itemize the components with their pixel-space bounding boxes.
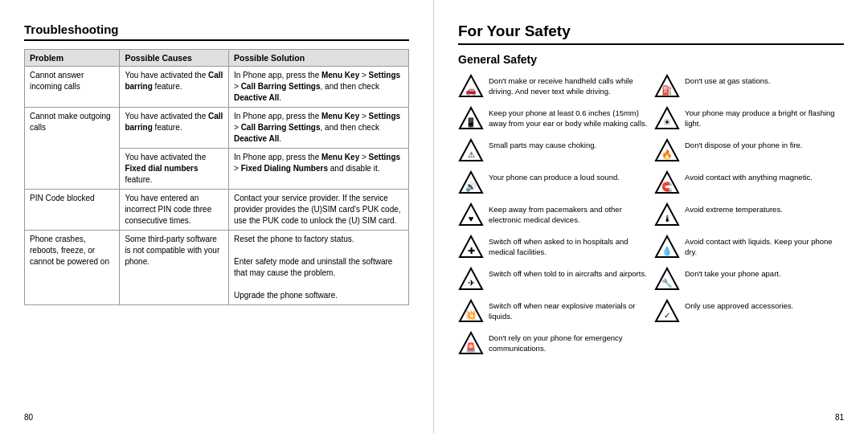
fire-text: Don't dispose of your phone in fire. bbox=[685, 138, 803, 150]
svg-text:⛽: ⛽ bbox=[661, 84, 673, 96]
safety-item-aircraft: ✈ Switch off when told to in aircrafts a… bbox=[458, 267, 648, 292]
aircraft-text: Switch off when told to in aircrafts and… bbox=[489, 267, 647, 279]
svg-text:🔧: 🔧 bbox=[661, 277, 673, 288]
phone-body-text: Keep your phone at least 0.6 inches (15m… bbox=[489, 106, 648, 129]
table-row: Phone crashes, reboots, freeze, or canno… bbox=[25, 231, 409, 305]
phone-body-icon: 📱 bbox=[458, 106, 484, 132]
explosive-icon: 💥 bbox=[458, 299, 484, 325]
problem-cell: PIN Code blocked bbox=[25, 190, 120, 231]
svg-text:🔊: 🔊 bbox=[465, 181, 477, 192]
col-solution: Possible Solution bbox=[229, 50, 409, 67]
safety-item-liquid: 💧 Avoid contact with liquids. Keep your … bbox=[654, 235, 844, 260]
liquid-icon: 💧 bbox=[654, 235, 680, 260]
liquid-text: Avoid contact with liquids. Keep your ph… bbox=[685, 235, 844, 258]
disassemble-text: Don't take your phone apart. bbox=[685, 267, 781, 279]
car-icon: 🚗 bbox=[458, 74, 484, 100]
table-row: PIN Code blocked You have entered an inc… bbox=[25, 190, 409, 231]
problem-cell: Phone crashes, reboots, freeze, or canno… bbox=[25, 231, 120, 305]
solution-cell: Reset the phone to factory status. Enter… bbox=[229, 231, 409, 305]
safety-item-fire: 🔥 Don't dispose of your phone in fire. bbox=[654, 138, 844, 164]
aircraft-icon: ✈ bbox=[458, 267, 484, 292]
causes-cell: You have activated the Call barring feat… bbox=[120, 108, 229, 149]
pacemaker-icon: ♥ bbox=[458, 202, 484, 228]
svg-text:🧲: 🧲 bbox=[661, 181, 673, 192]
table-row: Cannot make outgoing calls You have acti… bbox=[25, 108, 409, 149]
safety-col-2: ⛽ Don't use at gas stations. ☀ Your phon… bbox=[654, 74, 844, 363]
causes-cell: You have activated the Fixed dial number… bbox=[120, 149, 229, 190]
safety-item-emergency: 🚨 Don't rely on your phone for emergency… bbox=[458, 331, 648, 357]
solution-cell: In Phone app, press the Menu Key > Setti… bbox=[229, 67, 409, 108]
driving-text: Don't make or receive handheld calls whi… bbox=[489, 74, 648, 97]
safety-item-phone-body: 📱 Keep your phone at least 0.6 inches (1… bbox=[458, 106, 648, 132]
safety-item-temperature: 🌡 Avoid extreme temperatures. bbox=[654, 202, 844, 228]
table-row: Cannot answer incoming calls You have ac… bbox=[25, 67, 409, 108]
hospital-icon: ✚ bbox=[458, 235, 484, 260]
for-your-safety-title: For Your Safety bbox=[458, 22, 571, 39]
right-page: For Your Safety General Safety 🚗 Don't m… bbox=[434, 0, 868, 433]
left-page-title: Troubleshooting bbox=[24, 22, 409, 41]
svg-text:💥: 💥 bbox=[465, 309, 477, 321]
svg-text:🚨: 🚨 bbox=[465, 341, 477, 353]
hospital-text: Switch off when asked to in hospitals an… bbox=[489, 235, 648, 258]
sound-icon: 🔊 bbox=[458, 170, 484, 196]
left-page: Troubleshooting Problem Possible Causes … bbox=[0, 0, 434, 433]
flash-text: Your phone may produce a bright or flash… bbox=[685, 106, 844, 129]
safety-item-gas: ⛽ Don't use at gas stations. bbox=[654, 74, 844, 100]
explosive-text: Switch off when near explosive materials… bbox=[489, 299, 648, 322]
problem-cell: Cannot make outgoing calls bbox=[25, 108, 120, 190]
sound-text: Your phone can produce a loud sound. bbox=[489, 170, 620, 182]
right-page-title: For Your Safety bbox=[458, 22, 844, 45]
gas-station-icon: ⛽ bbox=[654, 74, 680, 100]
emergency-text: Don't rely on your phone for emergency c… bbox=[489, 331, 648, 354]
gas-text: Don't use at gas stations. bbox=[685, 74, 770, 86]
causes-cell: You have activated the Call barring feat… bbox=[120, 67, 229, 108]
disassemble-icon: 🔧 bbox=[654, 267, 680, 292]
svg-text:🚗: 🚗 bbox=[465, 84, 477, 96]
causes-cell: You have entered an incorrect PIN code t… bbox=[120, 190, 229, 231]
fire-icon: 🔥 bbox=[654, 138, 680, 164]
svg-text:☀: ☀ bbox=[663, 117, 671, 127]
safety-grid: 🚗 Don't make or receive handheld calls w… bbox=[458, 74, 844, 363]
safety-item-hospital: ✚ Switch off when asked to in hospitals … bbox=[458, 235, 648, 260]
troubleshooting-table: Problem Possible Causes Possible Solutio… bbox=[24, 49, 409, 305]
safety-item-pacemaker: ♥ Keep away from pacemakers and other el… bbox=[458, 202, 648, 228]
solution-cell: In Phone app, press the Menu Key > Setti… bbox=[229, 149, 409, 190]
safety-item-accessories: ✓ Only use approved accessories. bbox=[654, 299, 844, 325]
safety-item-sound: 🔊 Your phone can produce a loud sound. bbox=[458, 170, 648, 196]
svg-text:✈: ✈ bbox=[468, 278, 475, 288]
magnetic-icon: 🧲 bbox=[654, 170, 680, 196]
accessories-text: Only use approved accessories. bbox=[685, 299, 793, 311]
safety-item-flash: ☀ Your phone may produce a bright or fla… bbox=[654, 106, 844, 132]
svg-text:✓: ✓ bbox=[664, 311, 670, 320]
solution-cell: In Phone app, press the Menu Key > Setti… bbox=[229, 108, 409, 149]
page-number-right: 81 bbox=[835, 413, 844, 422]
pacemaker-text: Keep away from pacemakers and other elec… bbox=[489, 202, 648, 226]
safety-item-driving: 🚗 Don't make or receive handheld calls w… bbox=[458, 74, 648, 100]
choking-icon: ⚠ bbox=[458, 138, 484, 164]
general-safety-heading: General Safety bbox=[458, 53, 844, 66]
col-causes: Possible Causes bbox=[120, 50, 229, 67]
magnetic-text: Avoid contact with anything magnetic. bbox=[685, 170, 813, 182]
safety-item-magnetic: 🧲 Avoid contact with anything magnetic. bbox=[654, 170, 844, 196]
solution-cell: Contact your service provider. If the se… bbox=[229, 190, 409, 231]
svg-text:✚: ✚ bbox=[468, 246, 475, 255]
svg-text:📱: 📱 bbox=[465, 116, 477, 128]
safety-col-1: 🚗 Don't make or receive handheld calls w… bbox=[458, 74, 648, 363]
safety-item-choking: ⚠ Small parts may cause choking. bbox=[458, 138, 648, 164]
svg-text:🔥: 🔥 bbox=[661, 149, 673, 160]
problem-cell: Cannot answer incoming calls bbox=[25, 67, 120, 108]
temperature-text: Avoid extreme temperatures. bbox=[685, 202, 783, 214]
svg-text:⚠: ⚠ bbox=[468, 150, 475, 159]
safety-item-explosive: 💥 Switch off when near explosive materia… bbox=[458, 299, 648, 325]
svg-text:🌡: 🌡 bbox=[663, 214, 672, 223]
page-number-left: 80 bbox=[24, 413, 33, 422]
temperature-icon: 🌡 bbox=[654, 202, 680, 228]
col-problem: Problem bbox=[25, 50, 120, 67]
svg-text:💧: 💧 bbox=[661, 245, 673, 256]
choking-text: Small parts may cause choking. bbox=[489, 138, 596, 150]
svg-text:♥: ♥ bbox=[469, 214, 474, 223]
safety-item-disassemble: 🔧 Don't take your phone apart. bbox=[654, 267, 844, 292]
causes-cell: Some third-party software is not compati… bbox=[120, 231, 229, 305]
flash-icon: ☀ bbox=[654, 106, 680, 132]
emergency-icon: 🚨 bbox=[458, 331, 484, 357]
